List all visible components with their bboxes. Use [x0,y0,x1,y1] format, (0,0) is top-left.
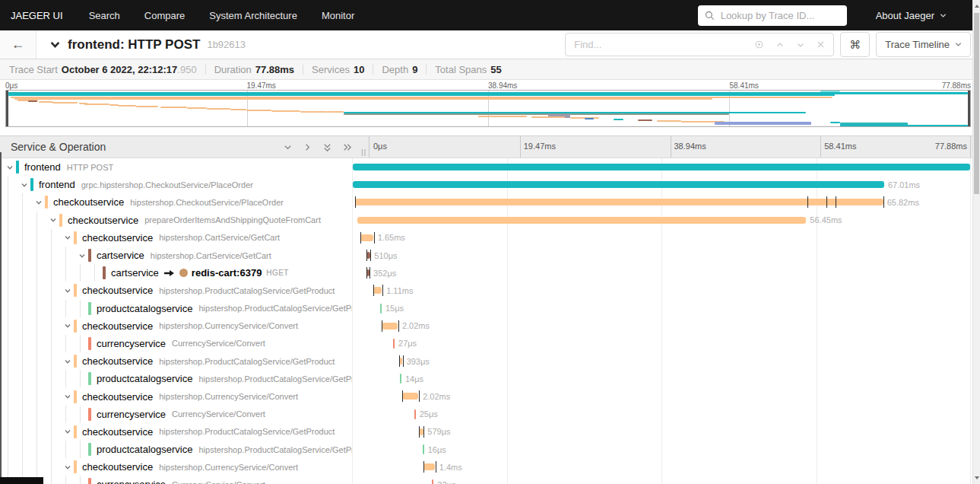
scrollbar-down-button[interactable] [973,472,980,484]
scrollbar-up-button[interactable] [973,0,980,12]
span-bar[interactable] [423,444,424,454]
service-name: productcatalogservice [97,444,192,455]
span-row-name-column[interactable]: currencyserviceCurrencyService/Convert [0,476,352,484]
span-bar[interactable] [382,323,398,330]
nav-item-system-architecture[interactable]: System Architecture [209,10,297,21]
expand-chevron-icon[interactable] [49,216,59,224]
clear-search-icon[interactable] [817,40,825,49]
span-row-name-column[interactable]: cartserviceredis-cart:6379HGET [0,264,352,282]
span-bar[interactable] [357,217,806,224]
span-row-name-column[interactable]: checkoutservicehipstershop.ProductCatalo… [0,352,352,370]
span-row-timeline[interactable]: 56.45ms [352,212,971,229]
timeline-header-icons [283,142,352,152]
about-jaeger-menu[interactable]: About Jaeger [876,10,947,21]
expand-chevron-icon[interactable] [64,463,74,471]
focus-match-icon[interactable] [754,40,764,49]
span-row-name-column[interactable]: checkoutservicehipstershop.CurrencyServi… [0,317,352,335]
span-log-tick [360,232,361,244]
expand-chevron-icon[interactable] [78,252,88,260]
trace-lookup-input[interactable] [719,9,840,22]
collapse-all-icon[interactable] [322,142,332,152]
span-row-timeline[interactable]: 2.02ms [352,317,971,335]
expand-chevron-icon[interactable] [64,358,74,365]
span-row-timeline[interactable]: 15μs [352,300,971,317]
expand-chevron-icon[interactable] [64,287,74,295]
page-scrollbar[interactable] [972,0,980,484]
span-row-timeline[interactable]: 67.01ms [352,176,971,193]
span-row-name-column[interactable]: checkoutservicehipstershop.ProductCatalo… [0,423,352,441]
span-row-name-column[interactable]: checkoutservicehipstershop.CurrencyServi… [0,458,352,476]
app-brand[interactable]: JAEGER UI [11,10,63,21]
span-row-name-column[interactable]: currencyserviceCurrencyService/Convert [0,406,352,423]
span-bar[interactable] [400,374,401,384]
expand-chevron-icon[interactable] [64,234,74,241]
expand-chevron-icon[interactable] [21,181,30,189]
span-row-timeline[interactable]: 27μs [352,335,971,352]
expand-chevron-icon[interactable] [64,322,74,330]
span-row-name-column[interactable]: productcatalogservicehipstershop.Product… [0,441,352,458]
expand-chevron-icon[interactable] [6,164,16,171]
collapse-trace-chevron-icon[interactable] [49,39,61,50]
column-resize-grip[interactable]: || [361,148,366,156]
span-bar[interactable] [355,199,883,205]
span-row-timeline[interactable]: 579μs [352,423,971,441]
span-row-timeline[interactable]: 352μs [352,264,971,282]
nav-item-search[interactable]: Search [89,10,120,21]
span-bar[interactable] [402,393,418,400]
view-selector-button[interactable]: Trace Timeline [876,32,971,57]
span-bar[interactable] [373,287,382,294]
span-row-name-column[interactable]: productcatalogservicehipstershop.Product… [0,300,352,317]
span-row-name-column[interactable]: productcatalogservicehipstershop.Product… [0,370,352,387]
span-row-name-column[interactable]: checkoutservicehipstershop.CheckoutServi… [0,193,352,211]
minimap-left-handle[interactable] [6,91,8,126]
span-bar[interactable] [432,479,433,484]
span-bar[interactable] [414,409,416,419]
span-bar[interactable] [353,164,970,170]
span-row-name-column[interactable]: frontendgrpc.hipstershop.CheckoutService… [0,176,352,193]
span-row-timeline[interactable]: 14μs [352,370,971,387]
tree-indent-guide [51,335,52,352]
nav-item-monitor[interactable]: Monitor [322,10,354,21]
span-bar[interactable] [360,234,373,241]
span-row-name-column[interactable]: checkoutservicehipstershop.CartService/G… [0,229,352,247]
span-row-name-column[interactable]: checkoutservicehipstershop.CurrencyServi… [0,387,352,405]
span-row-name-column[interactable]: checkoutservicehipstershop.ProductCatalo… [0,282,352,299]
expand-all-icon[interactable] [342,142,352,152]
service-color-bar [88,408,91,421]
span-bar[interactable] [353,181,884,188]
span-bar[interactable] [423,463,435,470]
span-row-name-column[interactable]: currencyserviceCurrencyService/Convert [0,335,352,352]
next-result-icon[interactable] [796,40,805,49]
minimap-right-handle[interactable] [968,91,970,126]
span-row-timeline[interactable]: 65.82ms [352,193,971,211]
prev-result-icon[interactable] [775,40,785,49]
span-row-timeline[interactable]: 2.02ms [352,387,971,405]
span-row-timeline[interactable]: 25μs [352,406,971,423]
span-row-timeline[interactable]: 1.11ms [352,282,971,299]
collapse-one-icon[interactable] [283,142,293,152]
span-row: checkoutservicehipstershop.ProductCatalo… [0,352,980,370]
back-button[interactable]: ← [0,30,36,59]
span-bar[interactable] [393,339,395,349]
span-row-timeline[interactable] [352,158,971,176]
expand-chevron-icon[interactable] [64,393,74,400]
scrollbar-thumb[interactable] [974,13,979,194]
find-input[interactable] [566,39,746,50]
minimap-canvas[interactable] [5,90,971,127]
span-row-name-column[interactable]: checkoutserviceprepareOrderItemsAndShipp… [0,212,352,229]
span-row-timeline[interactable]: 16μs [352,441,971,458]
expand-chevron-icon[interactable] [35,199,45,206]
span-row-timeline[interactable]: 393μs [352,352,971,370]
span-row-name-column[interactable]: frontendHTTP POST [0,158,352,176]
span-bar[interactable] [380,304,382,314]
span-row-timeline[interactable]: 510μs [352,247,971,264]
expand-one-icon[interactable] [303,142,312,152]
span-row-timeline[interactable]: 1.4ms [352,458,971,476]
expand-chevron-icon[interactable] [64,428,74,435]
tree-indent-guide [36,387,37,405]
span-row-name-column[interactable]: cartservicehipstershop.CartService/GetCa… [0,247,352,264]
span-row-timeline[interactable]: 22μs [352,476,971,484]
span-row-timeline[interactable]: 1.65ms [352,229,971,247]
nav-item-compare[interactable]: Compare [144,10,185,21]
keyboard-shortcuts-button[interactable]: ⌘ [840,32,870,57]
